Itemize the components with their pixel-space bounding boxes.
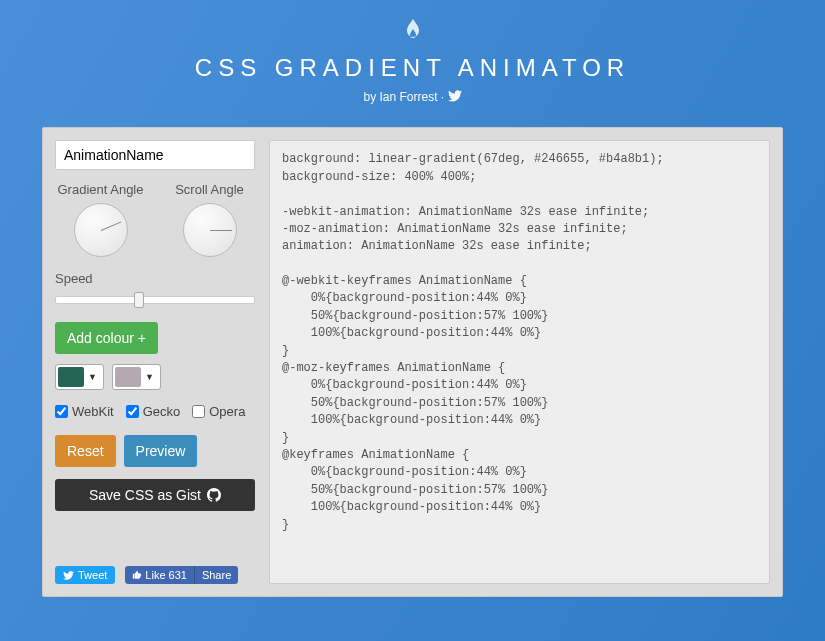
fb-like-count: 631 — [169, 569, 187, 581]
colour-swatch-0[interactable]: ▼ — [55, 364, 104, 390]
chevron-down-icon: ▼ — [141, 372, 158, 382]
colour-swatch-1[interactable]: ▼ — [112, 364, 161, 390]
css-output[interactable]: background: linear-gradient(67deg, #2466… — [269, 140, 770, 584]
add-colour-button[interactable]: Add colour + — [55, 322, 158, 354]
reset-button[interactable]: Reset — [55, 435, 116, 467]
colour-chip — [58, 367, 84, 387]
prefix-webkit[interactable]: WebKit — [55, 404, 114, 419]
flame-logo-icon — [0, 18, 825, 46]
prefix-label: WebKit — [72, 404, 114, 419]
prefix-opera[interactable]: Opera — [192, 404, 245, 419]
tweet-label: Tweet — [78, 569, 107, 581]
prefix-gecko[interactable]: Gecko — [126, 404, 181, 419]
thumbs-up-icon — [132, 570, 142, 580]
prefix-label: Opera — [209, 404, 245, 419]
fb-share-button[interactable]: Share — [194, 566, 238, 584]
preview-button[interactable]: Preview — [124, 435, 198, 467]
author-link[interactable]: Ian Forrest — [379, 90, 437, 104]
save-gist-label: Save CSS as Gist — [89, 487, 201, 503]
prefix-checkbox-opera[interactable] — [192, 405, 205, 418]
byline-prefix: by — [363, 90, 379, 104]
speed-slider[interactable] — [55, 290, 255, 308]
fb-like-label: Like — [145, 569, 165, 581]
prefix-checkbox-gecko[interactable] — [126, 405, 139, 418]
speed-label: Speed — [55, 271, 255, 286]
twitter-icon — [63, 571, 74, 580]
prefix-label: Gecko — [143, 404, 181, 419]
colour-chip — [115, 367, 141, 387]
twitter-icon — [448, 90, 462, 102]
fb-like-button[interactable]: Like 631 — [125, 566, 194, 584]
main-panel: Gradient Angle Scroll Angle Speed Add co… — [42, 127, 783, 597]
byline: by Ian Forrest · — [0, 90, 825, 105]
controls-column: Gradient Angle Scroll Angle Speed Add co… — [55, 140, 255, 584]
github-icon — [207, 488, 221, 502]
gradient-angle-knob[interactable] — [74, 203, 128, 257]
tweet-button[interactable]: Tweet — [55, 566, 115, 584]
twitter-link[interactable] — [448, 90, 462, 105]
animation-name-input[interactable] — [55, 140, 255, 170]
scroll-angle-knob[interactable] — [183, 203, 237, 257]
prefix-checkbox-webkit[interactable] — [55, 405, 68, 418]
page-title: CSS GRADIENT ANIMATOR — [0, 54, 825, 82]
gradient-angle-label: Gradient Angle — [55, 182, 146, 197]
chevron-down-icon: ▼ — [84, 372, 101, 382]
save-gist-button[interactable]: Save CSS as Gist — [55, 479, 255, 511]
scroll-angle-label: Scroll Angle — [164, 182, 255, 197]
